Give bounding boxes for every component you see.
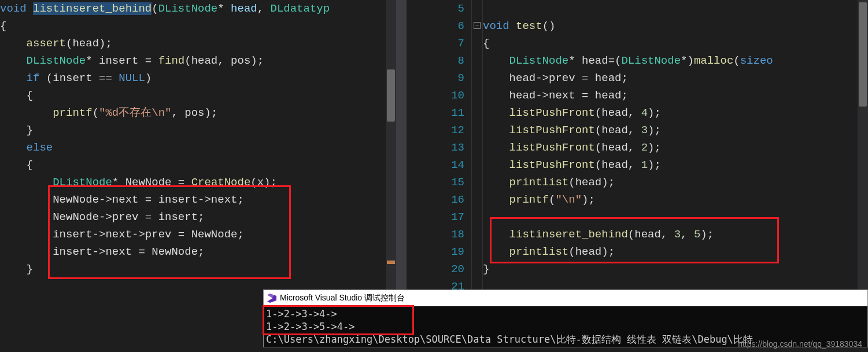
code-token <box>483 159 509 171</box>
code-line[interactable]: { <box>483 35 868 52</box>
line-number: 9 <box>428 69 464 87</box>
code-token: head->prev = head; <box>483 72 628 85</box>
code-line[interactable]: printf("%d不存在\n", pos); <box>0 104 396 122</box>
code-line[interactable] <box>483 208 868 226</box>
code-line[interactable]: insert->next = NewNode; <box>0 243 396 261</box>
code-token: NewNode->prev = insert; <box>0 211 204 223</box>
code-line[interactable]: } <box>483 261 868 278</box>
debug-console-window[interactable]: Microsoft Visual Studio 调试控制台 1->2->3->4… <box>263 289 868 347</box>
code-line[interactable]: printlist(head); <box>483 243 868 261</box>
code-token: "%d不存在\n" <box>99 107 171 119</box>
code-line[interactable]: listinseret_behind(head, 3, 5); <box>483 226 868 243</box>
code-token: , <box>681 228 694 241</box>
code-token: (insert == <box>39 72 119 85</box>
editor-pane-left[interactable]: void listinseret_behind(DListNode* head,… <box>0 0 396 292</box>
code-line[interactable]: printf("\n"); <box>483 191 868 208</box>
code-token <box>509 20 516 32</box>
code-line[interactable]: printlist(head); <box>483 174 868 191</box>
fold-toggle-icon[interactable]: − <box>474 22 481 29</box>
code-token: () <box>542 20 556 32</box>
code-line[interactable]: if (insert == NULL) <box>0 69 396 87</box>
code-token: listPushFront <box>509 141 595 154</box>
code-token: (head, pos); <box>184 54 264 67</box>
code-token <box>483 2 489 15</box>
code-line[interactable]: listPushFront(head, 1); <box>483 156 868 174</box>
code-line[interactable]: DListNode* head=(DListNode*)malloc(sizeo <box>483 52 868 69</box>
editor-workspace: void listinseret_behind(DListNode* head,… <box>0 0 868 292</box>
line-number: 6 <box>428 17 464 35</box>
code-token: NewNode->next = insert->next; <box>0 193 244 206</box>
scrollbar-left[interactable] <box>386 0 396 292</box>
console-line: 1->2->3->4-> <box>266 307 865 320</box>
code-line[interactable]: NewNode->next = insert->next; <box>0 191 396 208</box>
code-token: * insert = <box>86 54 158 67</box>
line-number: 14 <box>428 156 464 174</box>
code-token: * head=( <box>568 54 621 67</box>
code-token <box>0 141 27 154</box>
code-line[interactable]: head->prev = head; <box>483 69 868 87</box>
code-token: (head, <box>595 124 641 137</box>
code-token: ); <box>582 193 595 206</box>
scrollbar-right[interactable] <box>858 0 868 292</box>
code-line[interactable] <box>483 0 868 17</box>
code-token: void <box>483 20 509 32</box>
code-line[interactable]: head->next = head; <box>483 87 868 104</box>
code-line[interactable]: void listinseret_behind(DListNode* head,… <box>0 0 396 17</box>
code-token: head <box>231 2 257 15</box>
code-line[interactable]: listPushFront(head, 2); <box>483 139 868 156</box>
code-token: insert->next->prev = NewNode; <box>0 228 244 241</box>
editor-pane-right[interactable]: 56789101112131415161718192021 − void tes… <box>428 0 868 292</box>
code-line[interactable]: } <box>0 261 396 278</box>
code-token: ( <box>733 54 740 67</box>
code-token: printf <box>53 107 92 119</box>
code-line[interactable]: } <box>0 122 396 139</box>
code-token: insert->next = NewNode; <box>0 245 204 258</box>
code-token: (head, <box>595 159 641 171</box>
code-token: DListNode <box>158 2 218 15</box>
code-line[interactable]: void test() <box>483 17 868 35</box>
code-token: , <box>257 2 271 15</box>
console-titlebar[interactable]: Microsoft Visual Studio 调试控制台 <box>264 290 867 306</box>
fold-column[interactable]: − <box>471 0 483 292</box>
line-number: 13 <box>428 139 464 156</box>
line-number-gutter: 56789101112131415161718192021 <box>428 0 471 292</box>
code-token: else <box>27 141 53 154</box>
code-line[interactable]: insert->next->prev = NewNode; <box>0 226 396 243</box>
code-line[interactable]: listPushFront(head, 4); <box>483 104 868 122</box>
code-line[interactable]: NewNode->prev = insert; <box>0 208 396 226</box>
code-area-right[interactable]: void test(){ DListNode* head=(DListNode*… <box>483 0 868 292</box>
code-line[interactable]: assert(head); <box>0 35 396 52</box>
console-line: 1->2->3->5->4-> <box>266 320 865 333</box>
code-token <box>0 37 27 50</box>
code-line[interactable]: { <box>0 87 396 104</box>
code-token <box>483 193 509 206</box>
code-line[interactable]: else <box>0 139 396 156</box>
code-line[interactable]: { <box>0 17 396 35</box>
code-token: printf <box>509 193 549 206</box>
line-number: 20 <box>428 261 464 278</box>
code-line[interactable]: DListNode* NewNode = CreatNode(x); <box>0 174 396 191</box>
code-area-left[interactable]: void listinseret_behind(DListNode* head,… <box>0 0 396 278</box>
code-line[interactable]: { <box>0 156 396 174</box>
pane-divider[interactable] <box>396 0 428 292</box>
code-token: } <box>0 263 33 276</box>
code-token: 1 <box>641 159 648 171</box>
line-number: 7 <box>428 35 464 52</box>
code-token: ); <box>648 124 661 137</box>
scrollbar-thumb[interactable] <box>387 69 395 122</box>
code-line[interactable]: DListNode* insert = find(head, pos); <box>0 52 396 69</box>
code-token: 3 <box>641 124 648 137</box>
code-token: 2 <box>641 141 648 154</box>
code-token: } <box>483 263 489 276</box>
line-number: 18 <box>428 226 464 243</box>
code-token: NULL <box>119 72 145 85</box>
code-token: (head); <box>66 37 112 50</box>
code-token: printlist <box>509 176 569 189</box>
code-line[interactable]: listPushFront(head, 3); <box>483 122 868 139</box>
code-token: { <box>0 159 33 171</box>
inner-scrollbar[interactable] <box>396 0 407 292</box>
scrollbar-thumb[interactable] <box>859 2 867 107</box>
code-token: ); <box>648 141 661 154</box>
code-token: find <box>158 54 185 67</box>
code-token: test <box>516 20 542 32</box>
